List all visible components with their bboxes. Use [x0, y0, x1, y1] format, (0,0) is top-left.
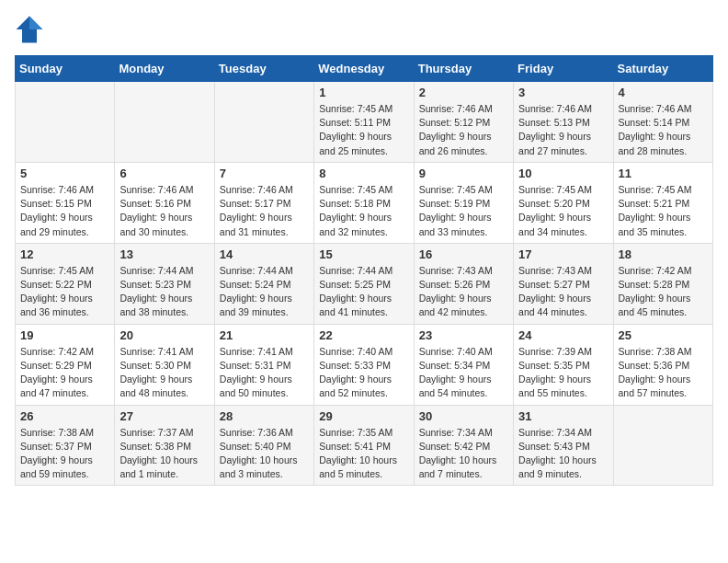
- calendar-cell: 21Sunrise: 7:41 AM Sunset: 5:31 PM Dayli…: [214, 324, 313, 405]
- logo: [15, 15, 48, 44]
- day-info: Sunrise: 7:37 AM Sunset: 5:38 PM Dayligh…: [119, 426, 209, 482]
- calendar-cell: 20Sunrise: 7:41 AM Sunset: 5:30 PM Dayli…: [115, 324, 214, 405]
- calendar-cell: 12Sunrise: 7:45 AM Sunset: 5:22 PM Dayli…: [16, 243, 115, 324]
- calendar-week-row: 19Sunrise: 7:42 AM Sunset: 5:29 PM Dayli…: [16, 324, 713, 405]
- calendar-cell: 17Sunrise: 7:43 AM Sunset: 5:27 PM Dayli…: [514, 243, 613, 324]
- calendar-cell: 19Sunrise: 7:42 AM Sunset: 5:29 PM Dayli…: [16, 324, 115, 405]
- day-number: 20: [119, 328, 209, 342]
- day-number: 25: [619, 328, 708, 342]
- day-number: 8: [319, 167, 408, 180]
- weekday-header: Friday: [514, 56, 613, 82]
- day-number: 7: [220, 167, 309, 180]
- day-info: Sunrise: 7:44 AM Sunset: 5:24 PM Dayligh…: [220, 264, 309, 320]
- day-number: 30: [419, 409, 508, 423]
- day-info: Sunrise: 7:43 AM Sunset: 5:26 PM Dayligh…: [419, 264, 508, 320]
- day-number: 5: [20, 167, 109, 180]
- day-number: 6: [119, 167, 209, 180]
- page-header: [15, 15, 713, 44]
- day-info: Sunrise: 7:38 AM Sunset: 5:36 PM Dayligh…: [619, 345, 708, 401]
- calendar-cell: 13Sunrise: 7:44 AM Sunset: 5:23 PM Dayli…: [115, 243, 214, 324]
- weekday-row: SundayMondayTuesdayWednesdayThursdayFrid…: [16, 56, 713, 82]
- day-info: Sunrise: 7:46 AM Sunset: 5:15 PM Dayligh…: [20, 183, 109, 239]
- day-number: 17: [518, 247, 608, 261]
- day-number: 13: [119, 247, 209, 261]
- day-info: Sunrise: 7:35 AM Sunset: 5:41 PM Dayligh…: [319, 426, 408, 482]
- calendar-cell: 2Sunrise: 7:46 AM Sunset: 5:12 PM Daylig…: [414, 82, 513, 163]
- day-info: Sunrise: 7:45 AM Sunset: 5:20 PM Dayligh…: [518, 183, 608, 239]
- day-info: Sunrise: 7:46 AM Sunset: 5:14 PM Dayligh…: [619, 102, 708, 158]
- weekday-header: Saturday: [613, 56, 712, 82]
- day-number: 19: [20, 328, 109, 342]
- day-number: 21: [220, 328, 309, 342]
- day-number: 31: [518, 409, 608, 423]
- day-info: Sunrise: 7:34 AM Sunset: 5:43 PM Dayligh…: [518, 426, 608, 482]
- day-info: Sunrise: 7:41 AM Sunset: 5:31 PM Dayligh…: [220, 345, 309, 401]
- day-number: 9: [419, 167, 508, 180]
- calendar-cell: 30Sunrise: 7:34 AM Sunset: 5:42 PM Dayli…: [414, 405, 513, 486]
- calendar-cell: 16Sunrise: 7:43 AM Sunset: 5:26 PM Dayli…: [414, 243, 513, 324]
- calendar-cell: 11Sunrise: 7:45 AM Sunset: 5:21 PM Dayli…: [613, 162, 712, 243]
- calendar-cell: 8Sunrise: 7:45 AM Sunset: 5:18 PM Daylig…: [314, 162, 414, 243]
- day-info: Sunrise: 7:38 AM Sunset: 5:37 PM Dayligh…: [20, 426, 109, 482]
- day-info: Sunrise: 7:36 AM Sunset: 5:40 PM Dayligh…: [220, 426, 309, 482]
- calendar-table: SundayMondayTuesdayWednesdayThursdayFrid…: [15, 55, 713, 486]
- calendar-cell: 27Sunrise: 7:37 AM Sunset: 5:38 PM Dayli…: [115, 405, 214, 486]
- calendar-week-row: 1Sunrise: 7:45 AM Sunset: 5:11 PM Daylig…: [16, 82, 713, 163]
- svg-marker-1: [29, 17, 42, 29]
- day-info: Sunrise: 7:40 AM Sunset: 5:33 PM Dayligh…: [319, 345, 408, 401]
- day-number: 16: [419, 247, 508, 261]
- day-number: 28: [220, 409, 309, 423]
- day-info: Sunrise: 7:45 AM Sunset: 5:22 PM Dayligh…: [20, 264, 109, 320]
- calendar-cell: 18Sunrise: 7:42 AM Sunset: 5:28 PM Dayli…: [613, 243, 712, 324]
- calendar-cell: 26Sunrise: 7:38 AM Sunset: 5:37 PM Dayli…: [16, 405, 115, 486]
- day-number: 14: [220, 247, 309, 261]
- day-number: 10: [518, 167, 608, 180]
- calendar-cell: [613, 405, 712, 486]
- calendar-cell: [214, 82, 313, 163]
- calendar-cell: 1Sunrise: 7:45 AM Sunset: 5:11 PM Daylig…: [314, 82, 414, 163]
- day-info: Sunrise: 7:45 AM Sunset: 5:11 PM Dayligh…: [319, 102, 408, 158]
- calendar-cell: 9Sunrise: 7:45 AM Sunset: 5:19 PM Daylig…: [414, 162, 513, 243]
- day-number: 3: [518, 86, 608, 99]
- day-number: 15: [319, 247, 408, 261]
- calendar-week-row: 26Sunrise: 7:38 AM Sunset: 5:37 PM Dayli…: [16, 405, 713, 486]
- day-info: Sunrise: 7:42 AM Sunset: 5:28 PM Dayligh…: [619, 264, 708, 320]
- calendar-cell: [115, 82, 214, 163]
- calendar-cell: 4Sunrise: 7:46 AM Sunset: 5:14 PM Daylig…: [613, 82, 712, 163]
- day-number: 22: [319, 328, 408, 342]
- day-info: Sunrise: 7:44 AM Sunset: 5:23 PM Dayligh…: [119, 264, 209, 320]
- calendar-cell: 28Sunrise: 7:36 AM Sunset: 5:40 PM Dayli…: [214, 405, 313, 486]
- calendar-cell: 22Sunrise: 7:40 AM Sunset: 5:33 PM Dayli…: [314, 324, 414, 405]
- day-number: 1: [319, 86, 408, 99]
- day-info: Sunrise: 7:40 AM Sunset: 5:34 PM Dayligh…: [419, 345, 508, 401]
- calendar-cell: 31Sunrise: 7:34 AM Sunset: 5:43 PM Dayli…: [514, 405, 613, 486]
- day-info: Sunrise: 7:46 AM Sunset: 5:17 PM Dayligh…: [220, 183, 309, 239]
- weekday-header: Thursday: [414, 56, 513, 82]
- logo-icon: [15, 15, 44, 44]
- calendar-header: SundayMondayTuesdayWednesdayThursdayFrid…: [16, 56, 713, 82]
- day-info: Sunrise: 7:46 AM Sunset: 5:13 PM Dayligh…: [518, 102, 608, 158]
- calendar-cell: 5Sunrise: 7:46 AM Sunset: 5:15 PM Daylig…: [16, 162, 115, 243]
- calendar-cell: 6Sunrise: 7:46 AM Sunset: 5:16 PM Daylig…: [115, 162, 214, 243]
- day-number: 18: [619, 247, 708, 261]
- calendar-cell: 25Sunrise: 7:38 AM Sunset: 5:36 PM Dayli…: [613, 324, 712, 405]
- day-info: Sunrise: 7:39 AM Sunset: 5:35 PM Dayligh…: [518, 345, 608, 401]
- weekday-header: Sunday: [16, 56, 115, 82]
- day-info: Sunrise: 7:34 AM Sunset: 5:42 PM Dayligh…: [419, 426, 508, 482]
- calendar-cell: [16, 82, 115, 163]
- calendar-cell: 7Sunrise: 7:46 AM Sunset: 5:17 PM Daylig…: [214, 162, 313, 243]
- day-number: 24: [518, 328, 608, 342]
- day-info: Sunrise: 7:46 AM Sunset: 5:12 PM Dayligh…: [419, 102, 508, 158]
- day-info: Sunrise: 7:45 AM Sunset: 5:19 PM Dayligh…: [419, 183, 508, 239]
- calendar-cell: 23Sunrise: 7:40 AM Sunset: 5:34 PM Dayli…: [414, 324, 513, 405]
- calendar-cell: 14Sunrise: 7:44 AM Sunset: 5:24 PM Dayli…: [214, 243, 313, 324]
- day-info: Sunrise: 7:45 AM Sunset: 5:18 PM Dayligh…: [319, 183, 408, 239]
- calendar-cell: 10Sunrise: 7:45 AM Sunset: 5:20 PM Dayli…: [514, 162, 613, 243]
- day-info: Sunrise: 7:44 AM Sunset: 5:25 PM Dayligh…: [319, 264, 408, 320]
- calendar-cell: 15Sunrise: 7:44 AM Sunset: 5:25 PM Dayli…: [314, 243, 414, 324]
- day-info: Sunrise: 7:45 AM Sunset: 5:21 PM Dayligh…: [619, 183, 708, 239]
- calendar-week-row: 5Sunrise: 7:46 AM Sunset: 5:15 PM Daylig…: [16, 162, 713, 243]
- calendar-body: 1Sunrise: 7:45 AM Sunset: 5:11 PM Daylig…: [16, 82, 713, 486]
- day-info: Sunrise: 7:43 AM Sunset: 5:27 PM Dayligh…: [518, 264, 608, 320]
- day-info: Sunrise: 7:42 AM Sunset: 5:29 PM Dayligh…: [20, 345, 109, 401]
